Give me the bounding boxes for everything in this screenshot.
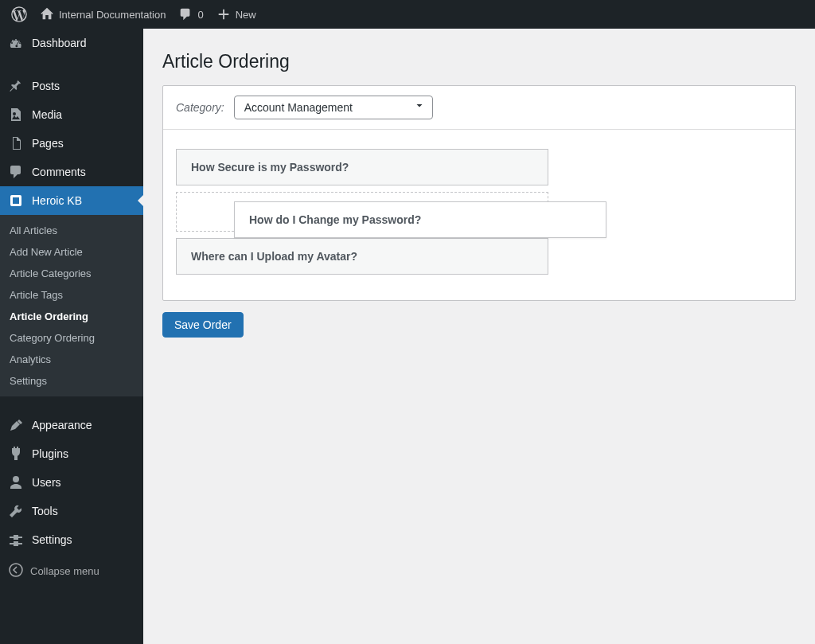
menu-label: Heroic KB <box>32 194 82 207</box>
heroic-kb-submenu: All Articles Add New Article Article Cat… <box>0 215 143 396</box>
menu-label: Dashboard <box>32 37 87 49</box>
submenu-article-categories[interactable]: Article Categories <box>0 263 143 284</box>
plus-icon <box>216 7 231 21</box>
pages-icon <box>8 135 24 151</box>
pin-icon <box>8 78 24 94</box>
menu-label: Users <box>32 476 61 489</box>
menu-separator <box>0 396 143 411</box>
submenu-article-ordering[interactable]: Article Ordering <box>0 306 143 327</box>
site-title: Internal Documentation <box>59 9 166 21</box>
menu-label: Tools <box>32 505 58 517</box>
tools-icon <box>8 503 24 519</box>
submenu-add-new-article[interactable]: Add New Article <box>0 241 143 263</box>
comments-icon <box>8 164 24 180</box>
menu-pages[interactable]: Pages <box>0 129 143 158</box>
submenu-all-articles[interactable]: All Articles <box>0 220 143 241</box>
menu-comments[interactable]: Comments <box>0 158 143 186</box>
dashboard-icon <box>8 35 24 51</box>
menu-posts[interactable]: Posts <box>0 72 143 100</box>
panel-header: Category: Account Management <box>163 86 795 130</box>
admin-sidebar: Dashboard Posts Media Pages Comments Her… <box>0 29 143 644</box>
menu-media[interactable]: Media <box>0 100 143 129</box>
media-icon <box>8 107 24 123</box>
home-icon <box>40 7 54 21</box>
menu-tools[interactable]: Tools <box>0 497 143 525</box>
menu-label: Plugins <box>32 447 68 460</box>
submenu-analytics[interactable]: Analytics <box>0 349 143 370</box>
menu-separator <box>0 57 143 72</box>
admin-bar: Internal Documentation 0 New <box>0 0 815 29</box>
wp-logo[interactable] <box>5 0 33 29</box>
menu-dashboard[interactable]: Dashboard <box>0 29 143 57</box>
new-label: New <box>236 9 256 21</box>
submenu-category-ordering[interactable]: Category Ordering <box>0 327 143 349</box>
appearance-icon <box>8 417 24 433</box>
svg-point-2 <box>10 564 22 576</box>
comments-link[interactable]: 0 <box>172 0 209 29</box>
ordering-panel: Category: Account Management How Secure … <box>162 85 796 301</box>
category-label: Category: <box>176 101 224 114</box>
save-order-button[interactable]: Save Order <box>162 312 244 338</box>
collapse-label: Collapse menu <box>30 565 99 577</box>
menu-label: Comments <box>32 166 86 178</box>
submenu-article-tags[interactable]: Article Tags <box>0 284 143 306</box>
heroic-kb-icon <box>8 193 24 209</box>
users-icon <box>8 474 24 490</box>
category-select[interactable]: Account Management <box>234 96 433 119</box>
menu-appearance[interactable]: Appearance <box>0 411 143 439</box>
article-item[interactable]: How Secure is my Password? <box>176 149 548 185</box>
menu-plugins[interactable]: Plugins <box>0 439 143 468</box>
sortable-list: How Secure is my Password? Where can I U… <box>163 130 795 300</box>
comments-count: 0 <box>197 9 203 21</box>
new-content-link[interactable]: New <box>210 0 263 29</box>
site-name-link[interactable]: Internal Documentation <box>33 0 172 29</box>
menu-label: Pages <box>32 137 64 150</box>
svg-rect-1 <box>13 197 19 204</box>
page-title: Article Ordering <box>162 37 796 85</box>
menu-label: Posts <box>32 80 60 92</box>
save-row: Save Order <box>162 301 796 338</box>
wordpress-icon <box>11 6 27 22</box>
article-item[interactable]: Where can I Upload my Avatar? <box>176 238 548 275</box>
collapse-icon <box>8 562 24 580</box>
menu-label: Settings <box>32 533 72 546</box>
comment-icon <box>178 7 193 21</box>
submenu-heroic-settings[interactable]: Settings <box>0 370 143 392</box>
main-content: Article Ordering Category: Account Manag… <box>143 29 815 644</box>
settings-icon <box>8 532 24 548</box>
collapse-menu-button[interactable]: Collapse menu <box>0 556 143 587</box>
menu-label: Appearance <box>32 419 92 431</box>
article-item-dragging[interactable]: How do I Change my Password? <box>234 201 606 238</box>
menu-heroic-kb[interactable]: Heroic KB <box>0 186 143 215</box>
category-select-wrap: Account Management <box>234 96 433 119</box>
plugins-icon <box>8 446 24 462</box>
menu-label: Media <box>32 108 62 121</box>
menu-settings[interactable]: Settings <box>0 525 143 554</box>
menu-users[interactable]: Users <box>0 468 143 497</box>
